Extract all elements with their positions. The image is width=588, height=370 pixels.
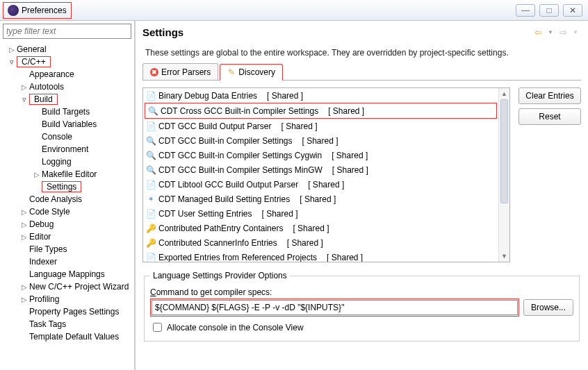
tree-item-build-variables[interactable]: Build Variables bbox=[0, 118, 134, 131]
tree-item-debug[interactable]: Debug bbox=[0, 218, 134, 230]
list-item[interactable]: 📄CDT Libtool GCC Build Output Parser [ S… bbox=[143, 177, 498, 192]
tree-item-property-pages-settings[interactable]: Property Pages Settings bbox=[0, 305, 134, 318]
tree-item-indexer[interactable]: Indexer bbox=[0, 255, 134, 268]
tab-error-parsers[interactable]: ✖ Error Parsers bbox=[142, 63, 218, 80]
tree-item-label: Logging bbox=[42, 157, 72, 167]
tree-item-console[interactable]: Console bbox=[0, 131, 134, 143]
list-item[interactable]: 🔑Contributed PathEntry Containers [ Shar… bbox=[143, 221, 498, 235]
tree-item-editor[interactable]: Editor bbox=[0, 230, 134, 243]
tree-item-build-targets[interactable]: Build Targets bbox=[0, 106, 134, 118]
tree-item-logging[interactable]: Logging bbox=[0, 155, 134, 168]
close-button[interactable]: ✕ bbox=[563, 4, 582, 17]
scroll-down-icon[interactable]: ▼ bbox=[499, 251, 509, 262]
tree-item-file-types[interactable]: File Types bbox=[0, 243, 134, 255]
tree-item-general[interactable]: General bbox=[0, 43, 134, 56]
chevron-right-icon bbox=[21, 296, 28, 303]
list-item-label: CDT GCC Built-in Compiler Settings bbox=[158, 136, 293, 146]
tree-item-settings[interactable]: Settings bbox=[0, 180, 134, 193]
browse-button[interactable]: Browse... bbox=[523, 299, 573, 316]
list-item[interactable]: 📄CDT User Setting Entries [ Shared ] bbox=[143, 206, 498, 221]
nav-back-menu-icon[interactable]: ▼ bbox=[545, 27, 556, 38]
minimize-button[interactable]: — bbox=[516, 4, 535, 17]
scroll-thumb[interactable] bbox=[500, 99, 508, 203]
tree-item-code-style[interactable]: Code Style bbox=[0, 205, 134, 218]
list-item-label: CDT GCC Build Output Parser bbox=[158, 121, 272, 131]
mag-icon: 🔍 bbox=[148, 106, 158, 116]
chevron-right-icon bbox=[33, 171, 40, 178]
preferences-tree: GeneralC/C++AppearanceAutotoolsBuildBuil… bbox=[0, 42, 134, 370]
tree-item-build[interactable]: Build bbox=[0, 93, 134, 106]
tree-item-environment[interactable]: Environment bbox=[0, 143, 134, 155]
list-item[interactable]: 📄CDT GCC Build Output Parser [ Shared ] bbox=[143, 119, 498, 133]
maximize-button[interactable]: □ bbox=[539, 4, 559, 17]
tree-item-label: New C/C++ Project Wizard bbox=[29, 282, 129, 292]
nav-forward-icon[interactable]: ⇨ bbox=[557, 27, 569, 38]
tree-item-autotools[interactable]: Autotools bbox=[0, 81, 134, 93]
titlebar: Preferences — □ ✕ bbox=[0, 0, 588, 21]
shared-badge: [ Shared ] bbox=[325, 165, 368, 175]
command-label: ommand to get compiler specs: bbox=[156, 287, 272, 297]
tree-item-makefile-editor[interactable]: Makefile Editor bbox=[0, 168, 134, 180]
tree-item-c-c-[interactable]: C/C++ bbox=[0, 56, 134, 68]
list-item[interactable]: 🔍CDT Cross GCC Built-in Compiler Setting… bbox=[145, 103, 496, 118]
tree-item-code-analysis[interactable]: Code Analysis bbox=[0, 193, 134, 205]
allocate-console-checkbox[interactable] bbox=[153, 323, 162, 332]
chevron-right-icon bbox=[8, 46, 15, 53]
chevron-right-icon bbox=[21, 283, 28, 291]
tree-item-label: Build Targets bbox=[42, 107, 90, 117]
mag-icon: 🔍 bbox=[146, 136, 156, 146]
list-item-label: CDT Managed Build Setting Entries bbox=[158, 194, 290, 204]
tree-item-label: Makefile Editor bbox=[42, 169, 97, 179]
chevron-right-icon bbox=[21, 221, 28, 228]
chevron-right-icon bbox=[21, 233, 28, 241]
main-panel: Settings ⇦ ▼ ⇨ ▼ These settings are glob… bbox=[136, 21, 588, 370]
clear-entries-button[interactable]: Clear Entries bbox=[518, 87, 581, 104]
mag-icon: 🔍 bbox=[146, 151, 156, 160]
tree-item-task-tags[interactable]: Task Tags bbox=[0, 318, 134, 330]
tree-item-label: Editor bbox=[29, 232, 51, 242]
settings-description: These settings are global to the entire … bbox=[145, 48, 581, 58]
shared-badge: [ Shared ] bbox=[295, 136, 338, 146]
tree-item-profiling[interactable]: Profiling bbox=[0, 293, 134, 305]
allocate-console-label: Allocate console in the Console View bbox=[167, 323, 304, 333]
list-item-label: CDT Cross GCC Built-in Compiler Settings bbox=[161, 106, 318, 116]
shared-badge: [ Shared ] bbox=[255, 209, 298, 219]
tree-item-label: Template Default Values bbox=[29, 332, 119, 342]
tree-item-language-mappings[interactable]: Language Mappings bbox=[0, 268, 134, 280]
list-item-label: CDT User Setting Entries bbox=[158, 209, 252, 219]
wand-icon: ✎ bbox=[227, 68, 236, 76]
scroll-up-icon[interactable]: ▲ bbox=[499, 88, 509, 99]
shared-badge: [ Shared ] bbox=[275, 121, 318, 131]
list-item[interactable]: 🔑Contributed ScannerInfo Entries [ Share… bbox=[143, 235, 498, 250]
list-item[interactable]: 🔍CDT GCC Built-in Compiler Settings Cygw… bbox=[143, 148, 498, 162]
sidebar: GeneralC/C++AppearanceAutotoolsBuildBuil… bbox=[0, 21, 136, 370]
list-item[interactable]: 🔍CDT GCC Built-in Compiler Settings MinG… bbox=[143, 162, 498, 177]
filter-input[interactable] bbox=[3, 24, 131, 39]
shared-badge: [ Shared ] bbox=[321, 106, 364, 116]
tree-item-label: Autotools bbox=[29, 82, 64, 92]
tree-item-label: Appearance bbox=[29, 69, 74, 79]
list-item[interactable]: 📄Binary Debug Data Entries [ Shared ] bbox=[143, 88, 498, 103]
tree-item-template-default-values[interactable]: Template Default Values bbox=[0, 330, 134, 343]
list-item[interactable]: 📄Exported Entries from Referenced Projec… bbox=[143, 250, 498, 262]
list-item[interactable]: 🔍CDT GCC Built-in Compiler Settings [ Sh… bbox=[143, 133, 498, 148]
shared-badge: [ Shared ] bbox=[286, 224, 329, 233]
tab-discovery[interactable]: ✎ Discovery bbox=[220, 64, 283, 81]
nav-back-icon[interactable]: ⇦ bbox=[532, 27, 544, 38]
tree-item-label: Code Analysis bbox=[29, 194, 82, 204]
tree-item-appearance[interactable]: Appearance bbox=[0, 68, 134, 81]
shared-badge: [ Shared ] bbox=[260, 91, 303, 101]
chevron-down-icon bbox=[8, 58, 15, 67]
reset-button[interactable]: Reset bbox=[518, 108, 581, 125]
app-icon bbox=[8, 5, 19, 16]
list-item-label: CDT GCC Built-in Compiler Settings Cygwi… bbox=[158, 151, 322, 160]
scrollbar[interactable]: ▲ ▼ bbox=[498, 88, 509, 262]
compiler-specs-input[interactable] bbox=[152, 300, 518, 315]
list-item-label: CDT GCC Built-in Compiler Settings MinGW bbox=[158, 165, 322, 175]
tree-item-label: Console bbox=[42, 132, 72, 142]
tree-item-new-c-c-project-wizard[interactable]: New C/C++ Project Wizard bbox=[0, 280, 134, 293]
list-item-label: Contributed ScannerInfo Entries bbox=[158, 238, 277, 248]
nav-forward-menu-icon[interactable]: ▼ bbox=[570, 27, 581, 38]
shared-badge: [ Shared ] bbox=[320, 253, 363, 262]
list-item[interactable]: ✶CDT Managed Build Setting Entries [ Sha… bbox=[143, 192, 498, 206]
